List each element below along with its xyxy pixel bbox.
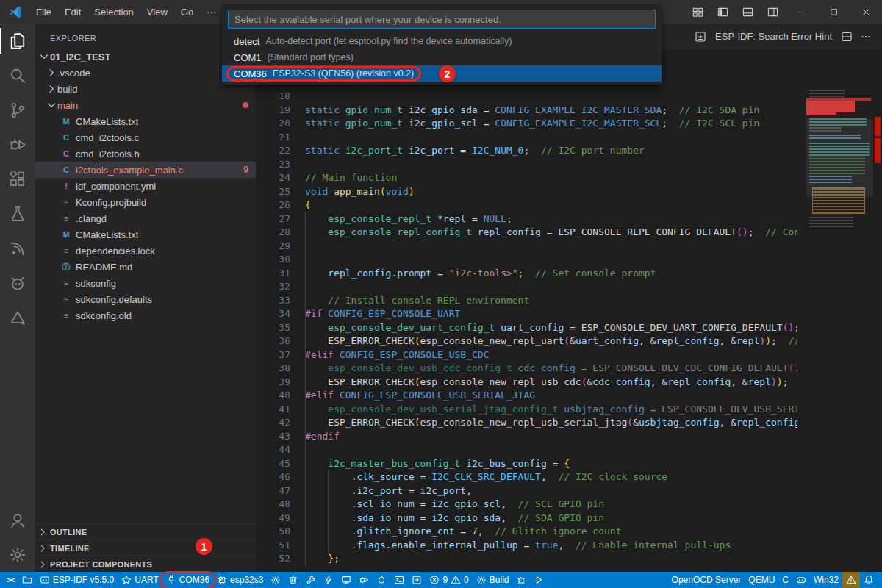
tree-file-sdkconfig[interactable]: ≡sdkconfig (35, 275, 256, 291)
code-line-37[interactable]: 37#elif CONFIG_ESP_CONSOLE_USB_CDC (256, 348, 797, 362)
status-execute-custom-task[interactable] (408, 572, 426, 588)
section-outline[interactable]: OUTLINE (35, 523, 256, 539)
status-esp-idf-version[interactable]: ESP-IDF v5.5.0 (36, 572, 118, 588)
code-line-30[interactable]: 30 (256, 253, 797, 267)
status-eol-win32[interactable]: Win32 (810, 572, 842, 588)
activity-files[interactable] (0, 24, 35, 58)
activity-triangle-tool[interactable] (0, 300, 35, 334)
code-line-44[interactable]: 44 (256, 443, 797, 457)
code-line-19[interactable]: 19static gpio_num_t i2c_gpio_sda = CONFI… (256, 104, 797, 118)
tree-file-CMakeLists-txt[interactable]: MCMakeLists.txt (35, 113, 256, 129)
status-full-clean[interactable] (284, 572, 302, 588)
customize-layout-icon[interactable] (685, 0, 710, 24)
status-openocd-server[interactable]: OpenOCD Server (668, 572, 745, 588)
status-run[interactable] (530, 572, 548, 588)
code-editor[interactable]: 1819static gpio_num_t i2c_gpio_sda = CON… (256, 49, 797, 572)
status-debug-status[interactable] (512, 572, 530, 588)
code-line-42[interactable]: 42 ESP_ERROR_CHECK(esp_console_new_repl_… (256, 416, 797, 430)
minimize-button[interactable] (785, 0, 817, 24)
status-device-target-esp32s3[interactable]: esp32s3 (213, 572, 267, 588)
menu-[interactable]: ⋯ (200, 4, 223, 21)
code-line-31[interactable]: 31 repl_config.prompt = "i2c-tools>"; //… (256, 267, 797, 281)
toggle-panel-icon[interactable] (735, 0, 760, 24)
code-line-33[interactable]: 33 // Install console REPL environment (256, 294, 797, 308)
status-notifications[interactable] (860, 572, 878, 588)
code-line-36[interactable]: 36 ESP_ERROR_CHECK(esp_console_new_repl_… (256, 334, 797, 348)
menu-go[interactable]: Go (174, 4, 200, 21)
activity-extensions[interactable] (0, 162, 35, 196)
tree-file-cmd-i2ctools-h[interactable]: Ccmd_i2ctools.h (35, 146, 256, 162)
more-actions-icon[interactable] (860, 31, 872, 43)
minimap[interactable] (806, 49, 873, 572)
close-button[interactable] (850, 0, 882, 24)
code-line-34[interactable]: 34#if CONFIG_ESP_CONSOLE_UART (256, 307, 797, 321)
code-line-39[interactable]: 39 ESP_ERROR_CHECK(esp_console_new_repl_… (256, 376, 797, 390)
status-problems[interactable]: 90 (426, 572, 472, 588)
search-error-hint-icon[interactable] (695, 31, 706, 43)
tree-file-README-md[interactable]: ⓘREADME.md (35, 259, 256, 275)
status-build-flash-monitor[interactable] (373, 572, 390, 588)
search-error-hint-label[interactable]: ESP-IDF: Search Error Hint (715, 31, 832, 42)
activity-robot[interactable] (0, 265, 35, 300)
status-extension-warning[interactable] (842, 572, 860, 588)
menu-view[interactable]: View (140, 4, 174, 21)
code-line-38[interactable]: 38 esp_console_dev_usb_cdc_config_t cdc_… (256, 362, 797, 376)
code-line-18[interactable]: 18 (256, 90, 797, 104)
status-qemu[interactable]: QEMU (745, 572, 778, 588)
status-idf-terminal[interactable] (390, 572, 408, 588)
tree-file-sdkconfig-defaults[interactable]: ≡sdkconfig.defaults (35, 291, 256, 307)
tree-folder-main[interactable]: main (35, 97, 256, 113)
status-flash-device[interactable] (320, 572, 337, 588)
tree-file-Kconfig-projbuild[interactable]: ≡Kconfig.projbuild (35, 194, 256, 210)
code-line-35[interactable]: 35 esp_console_dev_uart_config_t uart_co… (256, 321, 797, 335)
tree-file-i2ctools-example-main-c[interactable]: Ci2ctools_example_main.c9 (35, 162, 256, 178)
section-timeline[interactable]: TIMELINE (35, 539, 256, 556)
code-line-29[interactable]: 29 (256, 240, 797, 254)
tree-file-sdkconfig-old[interactable]: ≡sdkconfig.old (35, 307, 256, 323)
code-line-27[interactable]: 27 esp_console_repl_t *repl = NULL; (256, 212, 797, 226)
code-line-23[interactable]: 23 (256, 158, 797, 172)
toggle-primary-sidebar-icon[interactable] (710, 0, 735, 24)
tree-file-cmd-i2ctools-c[interactable]: Ccmd_i2ctools.c (35, 129, 256, 146)
status-debug[interactable] (355, 572, 373, 588)
code-line-43[interactable]: 43#endif (256, 430, 797, 444)
quickpick-item-detect[interactable]: detectAuto-detect port (let esptool.py f… (222, 33, 662, 49)
status-copilot-status[interactable] (792, 572, 810, 588)
status-flash-method-uart[interactable]: UART (118, 572, 162, 588)
tree-file--clangd[interactable]: ≡.clangd (35, 210, 256, 226)
code-line-20[interactable]: 20static gpio_num_t i2c_gpio_scl = CONFI… (256, 117, 797, 131)
code-line-52[interactable]: 52 }; (256, 552, 797, 566)
code-line-51[interactable]: 51 .flags.enable_internal_pullup = true,… (256, 539, 797, 553)
code-line-28[interactable]: 28 esp_console_repl_config_t repl_config… (256, 226, 797, 240)
status-open-folder[interactable] (18, 572, 36, 588)
activity-espressif[interactable] (0, 231, 35, 265)
tree-file-dependencies-lock[interactable]: ≡dependencies.lock (35, 243, 256, 259)
code-line-24[interactable]: 24// Main function (256, 171, 797, 185)
tree-file-CMakeLists-txt[interactable]: MCMakeLists.txt (35, 226, 256, 243)
split-editor-icon[interactable] (841, 31, 853, 43)
minimap-slider[interactable] (806, 119, 873, 197)
tree-file-idf-component-yml[interactable]: !idf_component.yml (35, 178, 256, 194)
quickpick-item-com1[interactable]: COM1(Standard port types) (222, 49, 662, 65)
code-line-41[interactable]: 41 esp_console_dev_usb_serial_jtag_confi… (256, 403, 797, 417)
menu-selection[interactable]: Selection (87, 4, 140, 21)
menu-edit[interactable]: Edit (58, 4, 87, 21)
activity-source-control[interactable] (0, 93, 35, 127)
activity-settings-gear[interactable] (0, 537, 35, 572)
code-line-47[interactable]: 47 .i2c_port = i2c_port, (256, 484, 797, 498)
code-line-25[interactable]: 25void app_main(void) (256, 185, 797, 199)
quickpick-input[interactable]: Select the available serial port where y… (228, 10, 656, 29)
code-line-40[interactable]: 40#elif CONFIG_ESP_CONSOLE_USB_SERIAL_JT… (256, 389, 797, 403)
activity-testing-flask[interactable] (0, 196, 35, 231)
code-line-50[interactable]: 50 .glitch_ignore_cnt = 7, // Glitch ign… (256, 525, 797, 539)
code-line-22[interactable]: 22static i2c_port_t i2c_port = I2C_NUM_0… (256, 144, 797, 158)
activity-account[interactable] (0, 503, 35, 537)
maximize-button[interactable] (817, 0, 850, 24)
code-line-49[interactable]: 49 .sda_io_num = i2c_gpio_sda, // SDA GP… (256, 512, 797, 526)
status-current-task-build[interactable]: Build (473, 572, 513, 588)
status-menuconfig[interactable] (267, 572, 284, 588)
code-line-46[interactable]: 46 .clk_source = I2C_CLK_SRC_DEFAULT, //… (256, 470, 797, 484)
activity-search[interactable] (0, 58, 35, 93)
section-project-components[interactable]: PROJECT COMPONENTS (35, 556, 256, 572)
status-language-mode-c[interactable]: C (778, 572, 792, 588)
